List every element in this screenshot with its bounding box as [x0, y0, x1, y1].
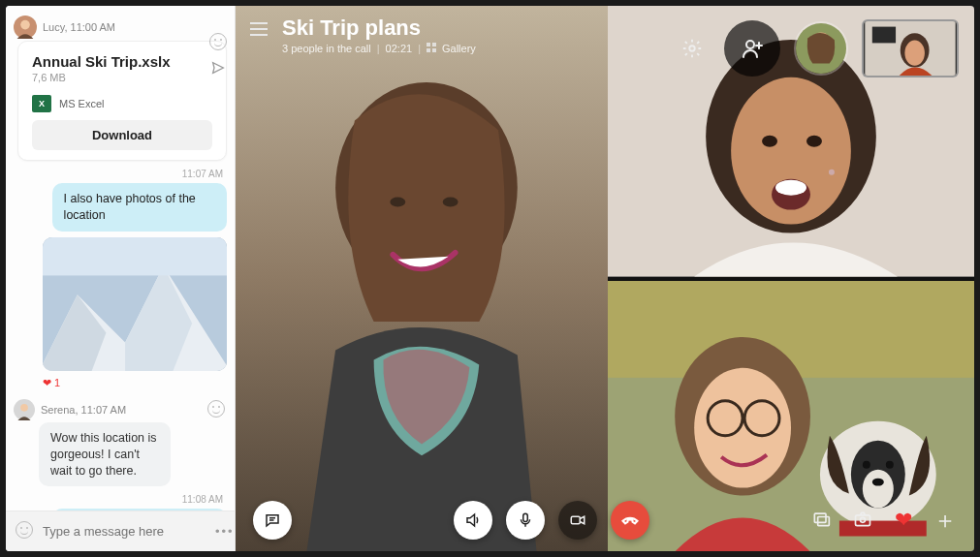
self-view-pip[interactable]: [862, 19, 959, 77]
react-icon[interactable]: [207, 400, 225, 418]
call-view: Ski Trip plans 3 people in the call | 02…: [236, 6, 974, 551]
call-title: Ski Trip plans: [282, 15, 476, 41]
call-duration: 02:21: [386, 43, 413, 54]
svg-rect-41: [427, 48, 430, 52]
svg-point-13: [443, 198, 458, 207]
sender-lucy: Lucy, 11:00 AM: [14, 15, 227, 39]
send-icon[interactable]: [210, 60, 226, 79]
grid-icon: [427, 43, 436, 54]
react-icon[interactable]: [209, 33, 227, 50]
more-options-icon[interactable]: •••: [215, 524, 235, 539]
timestamp: 11:07 AM: [14, 169, 223, 179]
speaker-button[interactable]: [454, 501, 492, 540]
emoji-picker-icon[interactable]: [16, 521, 33, 542]
reaction-heart-button[interactable]: ❤: [895, 508, 912, 533]
svg-point-12: [390, 198, 405, 207]
menu-icon[interactable]: [249, 21, 269, 40]
participant-thumb[interactable]: [794, 21, 848, 76]
svg-point-20: [775, 180, 806, 196]
svg-point-21: [829, 170, 835, 175]
file-title: Annual Ski Trip.xslx: [32, 53, 212, 70]
heart-icon: ❤: [43, 377, 51, 389]
svg-rect-56: [571, 516, 580, 524]
svg-rect-50: [872, 27, 896, 44]
svg-rect-57: [814, 513, 826, 522]
svg-rect-42: [432, 48, 436, 52]
file-app-label: MS Excel: [59, 98, 104, 109]
composer-input[interactable]: [43, 524, 205, 539]
excel-icon: X: [32, 95, 51, 112]
chat-toggle-button[interactable]: [253, 501, 292, 540]
message-in-wow: Wow this location is gorgeous! I can't w…: [39, 422, 171, 487]
call-people-count: 3 people in the call: [282, 43, 371, 54]
avatar: [14, 399, 35, 420]
reaction-count: 1: [54, 377, 60, 388]
svg-rect-58: [818, 516, 830, 525]
svg-rect-39: [427, 43, 430, 46]
svg-rect-55: [523, 513, 528, 521]
sender-serena: Serena, 11:07 AM: [14, 399, 227, 420]
microphone-button[interactable]: [506, 501, 545, 540]
add-participant-button[interactable]: [724, 20, 780, 77]
svg-point-1: [20, 20, 30, 30]
settings-icon[interactable]: [674, 30, 711, 67]
svg-point-43: [689, 46, 695, 51]
download-button[interactable]: Download: [32, 120, 212, 150]
svg-point-34: [872, 478, 884, 485]
svg-point-60: [861, 517, 866, 522]
svg-point-44: [746, 41, 754, 48]
snapshot-icon[interactable]: [852, 510, 873, 532]
timestamp: 11:08 AM: [14, 494, 223, 505]
svg-rect-6: [43, 237, 227, 275]
svg-point-17: [762, 136, 777, 147]
file-attachment-card: Annual Ski Trip.xslx 7,6 MB X MS Excel D…: [17, 41, 227, 161]
svg-rect-40: [432, 43, 436, 46]
message-composer: •••: [6, 511, 235, 551]
share-screen-icon[interactable]: [811, 510, 831, 532]
call-view-mode[interactable]: Gallery: [442, 43, 476, 54]
message-out-photos: I also have photos of the location: [52, 183, 227, 232]
reaction-heart[interactable]: ❤ 1: [43, 377, 60, 389]
svg-point-52: [904, 41, 925, 66]
add-icon[interactable]: ＋: [933, 505, 957, 536]
svg-point-18: [806, 136, 822, 147]
photo-attachment[interactable]: [43, 237, 227, 371]
file-size: 7,6 MB: [32, 72, 212, 83]
video-button[interactable]: [558, 501, 597, 540]
svg-point-8: [20, 404, 28, 412]
hangup-button[interactable]: [611, 501, 649, 540]
main-video-tile: [236, 6, 608, 551]
svg-point-32: [863, 460, 870, 468]
chat-panel: Lucy, 11:00 AM Annual Ski Trip.xslx 7,6 …: [6, 6, 236, 551]
svg-rect-59: [856, 514, 870, 525]
avatar: [14, 15, 37, 39]
svg-point-33: [886, 460, 894, 468]
